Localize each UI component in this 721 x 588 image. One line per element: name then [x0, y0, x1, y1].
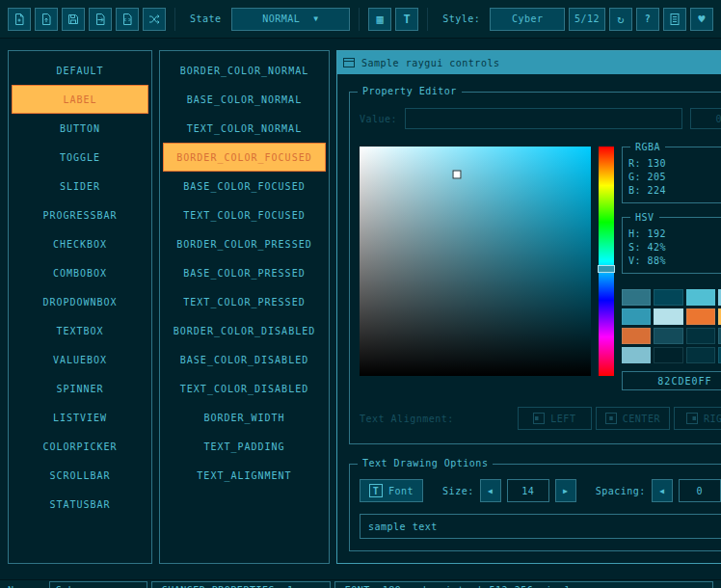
- style-dropdown-value: Cyber: [512, 13, 544, 24]
- list-item-default[interactable]: DEFAULT: [12, 56, 148, 85]
- prop-item-base-color-focused[interactable]: BASE_COLOR_FOCUSED: [163, 172, 326, 200]
- prop-item-text-color-disabled[interactable]: TEXT_COLOR_DISABLED: [163, 374, 326, 403]
- saturation-value-panel[interactable]: [360, 147, 591, 376]
- document-icon: [668, 13, 681, 26]
- palette-swatch[interactable]: [622, 308, 651, 325]
- hue-slider-handle[interactable]: [598, 265, 615, 273]
- controls-list: DEFAULT LABEL BUTTON TOGGLE SLIDER PROGR…: [8, 50, 152, 564]
- hue-bar[interactable]: [599, 147, 614, 376]
- window-body: Property Editor Value: 0: [337, 74, 721, 563]
- new-style-button[interactable]: [8, 8, 31, 31]
- rgba-group: RGBA R: 130 G: 205 B: 224: [622, 147, 721, 203]
- align-center-label: CENTER: [623, 414, 660, 424]
- size-value[interactable]: 14: [507, 479, 549, 502]
- prop-item-border-color-focused[interactable]: BORDER_COLOR_FOCUSED: [163, 143, 326, 172]
- list-item-button[interactable]: BUTTON: [12, 114, 148, 143]
- prop-item-text-alignment[interactable]: TEXT_ALIGNMENT: [163, 461, 326, 490]
- prop-item-text-color-pressed[interactable]: TEXT_COLOR_PRESSED: [163, 287, 326, 316]
- save-style-button[interactable]: [62, 8, 85, 31]
- sponsor-button[interactable]: ♥: [690, 8, 713, 31]
- align-left-button[interactable]: LEFT: [518, 407, 592, 430]
- list-item-textbox[interactable]: TEXTBOX: [12, 316, 148, 345]
- window-titlebar[interactable]: Sample raygui controls ×: [337, 51, 721, 74]
- list-item-progressbar[interactable]: PROGRESSBAR: [12, 200, 148, 229]
- list-item-scrollbar[interactable]: SCROLLBAR: [12, 461, 148, 490]
- palette-swatch[interactable]: [686, 289, 715, 306]
- help-button[interactable]: ?: [636, 8, 659, 31]
- prop-item-base-color-disabled[interactable]: BASE_COLOR_DISABLED: [163, 345, 326, 374]
- palette-swatch[interactable]: [654, 328, 682, 344]
- prop-item-base-color-normal[interactable]: BASE_COLOR_NORMAL: [163, 85, 326, 114]
- rgba-title: RGBA: [630, 141, 665, 154]
- value-row: Value: 0: [360, 108, 721, 129]
- arrow-left-icon: ◀: [488, 487, 493, 495]
- text-alignment-row: Text Alignment: LEFT: [360, 407, 721, 430]
- arrow-left-icon: ◀: [659, 487, 664, 495]
- list-item-spinner[interactable]: SPINNER: [12, 374, 148, 403]
- palette-swatch[interactable]: [654, 308, 682, 325]
- list-item-valuebox[interactable]: VALUEBOX: [12, 345, 148, 374]
- list-item-dropdownbox[interactable]: DROPDOWNBOX: [12, 287, 148, 316]
- palette-swatch[interactable]: [686, 347, 715, 363]
- palette-swatch[interactable]: [654, 347, 682, 363]
- arrow-right-icon: ▶: [563, 487, 568, 495]
- style-dropdown[interactable]: Cyber: [490, 8, 565, 31]
- open-file-icon: [40, 13, 53, 26]
- value-label: Value:: [360, 114, 397, 124]
- reload-style-button[interactable]: ↻: [609, 8, 632, 31]
- list-item-colorpicker[interactable]: COLORPICKER: [12, 432, 148, 461]
- palette-swatch[interactable]: [686, 328, 715, 344]
- save-file-icon: [67, 13, 80, 26]
- list-item-slider[interactable]: SLIDER: [12, 172, 148, 200]
- size-increment-button[interactable]: ▶: [555, 479, 576, 502]
- align-center-icon: [605, 413, 617, 424]
- prop-item-text-color-normal[interactable]: TEXT_COLOR_NORMAL: [163, 114, 326, 143]
- palette-swatch[interactable]: [622, 289, 651, 306]
- hsv-group: HSV H: 192 S: 42% V: 88%: [622, 217, 721, 274]
- export-code-button[interactable]: [116, 8, 139, 31]
- style-counter-button[interactable]: 5/12: [569, 8, 605, 31]
- prop-item-border-color-pressed[interactable]: BORDER_COLOR_PRESSED: [163, 229, 326, 258]
- new-file-icon: [13, 13, 26, 26]
- prop-item-border-color-normal[interactable]: BORDER_COLOR_NORMAL: [163, 56, 326, 85]
- list-item-toggle[interactable]: TOGGLE: [12, 143, 148, 172]
- palette-swatch[interactable]: [622, 347, 651, 363]
- value-spinner[interactable]: 0: [690, 108, 721, 129]
- size-decrement-button[interactable]: ◀: [480, 479, 501, 502]
- align-right-button[interactable]: RIGHT: [674, 407, 721, 430]
- status-bar: Name: Cyber CHANGED PROPERTIES: 1 FONT: …: [0, 579, 721, 588]
- font-atlas-button[interactable]: T: [395, 8, 418, 31]
- prop-item-text-color-focused[interactable]: TEXT_COLOR_FOCUSED: [163, 200, 326, 229]
- list-item-combobox[interactable]: COMBOBOX: [12, 258, 148, 287]
- spacing-value[interactable]: 0: [679, 479, 721, 502]
- style-name-input[interactable]: Cyber: [49, 581, 147, 588]
- palette-swatch[interactable]: [622, 328, 651, 344]
- spacing-decrement-button[interactable]: ◀: [652, 479, 673, 502]
- size-label: Size:: [442, 486, 474, 496]
- state-dropdown[interactable]: NORMAL ▼: [231, 8, 351, 31]
- prop-item-text-padding[interactable]: TEXT_PADDING: [163, 432, 326, 461]
- list-item-listview[interactable]: LISTVIEW: [12, 403, 148, 432]
- list-item-checkbox[interactable]: CHECKBOX: [12, 229, 148, 258]
- text-icon: T: [403, 13, 411, 26]
- grid-toggle-button[interactable]: ▦: [368, 8, 391, 31]
- about-button[interactable]: [663, 8, 686, 31]
- open-style-button[interactable]: [35, 8, 58, 31]
- list-item-label[interactable]: LABEL: [12, 85, 148, 114]
- prop-item-border-width[interactable]: BORDER_WIDTH: [163, 403, 326, 432]
- prop-item-base-color-pressed[interactable]: BASE_COLOR_PRESSED: [163, 258, 326, 287]
- sv-cursor: [452, 170, 461, 178]
- align-center-button[interactable]: CENTER: [596, 407, 670, 430]
- rguistyler-app: State NORMAL ▼ ▦ T Style: Cyber 5/12 ↻ ?: [0, 0, 721, 588]
- font-button[interactable]: T Font: [360, 479, 423, 502]
- list-item-statusbar[interactable]: STATUSBAR: [12, 490, 148, 519]
- value-input[interactable]: [405, 108, 682, 129]
- prop-item-border-color-disabled[interactable]: BORDER_COLOR_DISABLED: [163, 316, 326, 345]
- export-style-button[interactable]: [89, 8, 112, 31]
- randomize-style-button[interactable]: [143, 8, 166, 31]
- hex-color-input[interactable]: 82CDE0FF: [622, 371, 721, 390]
- sample-text-input[interactable]: sample text: [360, 514, 721, 539]
- font-info-status: FONT: 189 codepoints | 512x256 pixels: [334, 581, 713, 588]
- palette-swatch[interactable]: [654, 289, 682, 306]
- palette-swatch[interactable]: [686, 308, 715, 325]
